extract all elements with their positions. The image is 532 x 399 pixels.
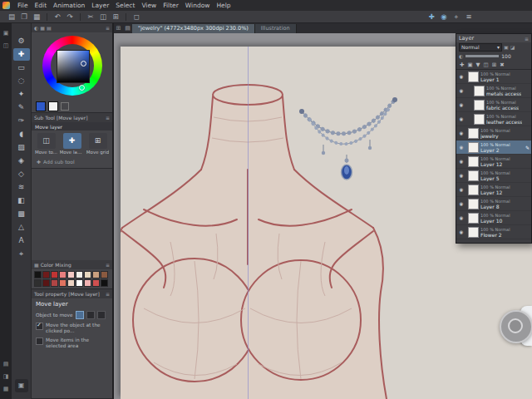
eye-icon[interactable]: ◉ bbox=[458, 74, 465, 79]
color-slider-tab-icon[interactable]: ▤ bbox=[47, 25, 52, 31]
layer-mask-icon[interactable]: ⊞ bbox=[492, 62, 496, 68]
open-icon[interactable]: ❐ bbox=[19, 12, 29, 22]
paste-icon[interactable]: ⊞ bbox=[111, 12, 121, 22]
layer-row[interactable]: ◉ 100 % Normal Layer 10 ✎ bbox=[456, 211, 531, 225]
color-swatch[interactable] bbox=[84, 279, 91, 287]
color-swatch[interactable] bbox=[67, 271, 75, 278]
lasso-tool[interactable]: ◌ bbox=[13, 75, 30, 87]
new-folder-icon[interactable]: ▣ bbox=[467, 62, 472, 68]
color-swatch[interactable] bbox=[42, 271, 50, 278]
menu-item[interactable]: File bbox=[14, 2, 32, 9]
document-tab[interactable]: "jewelry" (4772x3480px 300dpi 230.0%) bbox=[132, 24, 255, 33]
sub-tool-item[interactable]: ✚ Move layer bbox=[60, 133, 85, 155]
panel-menu-icon[interactable]: ≡ bbox=[106, 25, 110, 31]
object-option-1[interactable] bbox=[76, 311, 84, 319]
checkbox-row[interactable]: Move items in the selected area bbox=[32, 336, 112, 351]
blend-mode-select[interactable]: Normal ▾ bbox=[459, 43, 502, 52]
layer-row[interactable]: ◉ 100 % Normal Layer 8 ✎ bbox=[456, 197, 531, 211]
airbrush-tool[interactable]: ▨ bbox=[13, 141, 30, 154]
opacity-slider[interactable] bbox=[466, 55, 499, 57]
checkbox[interactable] bbox=[36, 337, 43, 345]
workspace-menu-icon[interactable]: ≡ bbox=[464, 12, 474, 22]
undo-icon[interactable]: ↶ bbox=[52, 12, 62, 22]
panel-menu-icon[interactable]: ≡ bbox=[525, 36, 529, 42]
dock-layer-icon[interactable]: ▦ bbox=[3, 384, 9, 394]
menu-item[interactable]: Help bbox=[213, 2, 234, 9]
deselect-icon[interactable]: ◻ bbox=[131, 12, 141, 22]
checkbox-row[interactable]: Move the object at the clicked po... bbox=[32, 321, 112, 336]
operation-tool[interactable]: ⚙ bbox=[13, 35, 30, 47]
main-color-swatch[interactable] bbox=[36, 101, 46, 111]
eye-icon[interactable]: ◉ bbox=[458, 88, 465, 93]
add-sub-tool-button[interactable]: ✚ Add sub tool bbox=[32, 155, 112, 168]
color-set-tab-icon[interactable]: ▦ bbox=[40, 25, 45, 31]
color-swatch[interactable] bbox=[42, 279, 50, 287]
eye-icon[interactable]: ◉ bbox=[458, 116, 465, 121]
layer-row[interactable]: ◉ 100 % Normal metals access ✎ bbox=[456, 84, 531, 98]
eye-icon[interactable]: ◉ bbox=[458, 187, 465, 192]
zoom-in-icon[interactable]: ✚ bbox=[426, 12, 436, 22]
color-swatch[interactable] bbox=[34, 279, 42, 287]
layer-row[interactable]: ◉ 100 % Normal fabric access ✎ bbox=[456, 98, 531, 112]
saturation-value-square[interactable] bbox=[57, 50, 90, 83]
transparent-color-swatch[interactable] bbox=[61, 102, 69, 111]
eye-icon[interactable]: ◉ bbox=[458, 215, 465, 220]
hue-marker[interactable] bbox=[79, 85, 85, 91]
layer-row[interactable]: ◉ 100 % Normal Layer 12 ✎ bbox=[456, 155, 531, 169]
move-layer-tool[interactable]: ✚ bbox=[13, 48, 30, 61]
layer-row[interactable]: ◉ 100 % Normal jewelry ✎ bbox=[456, 126, 531, 140]
sub-tool-item[interactable]: ⊞ Move grid bbox=[86, 133, 111, 155]
eye-icon[interactable]: ◉ bbox=[458, 145, 465, 150]
marquee-tool[interactable]: ▭ bbox=[13, 62, 30, 74]
menu-item[interactable]: Filter bbox=[160, 2, 182, 9]
transfer-down-icon[interactable]: ▼ bbox=[476, 62, 480, 68]
sub-color-swatch[interactable] bbox=[48, 101, 58, 111]
menu-item[interactable]: Edit bbox=[32, 2, 51, 9]
panel-menu-icon[interactable]: ≡ bbox=[106, 262, 110, 268]
color-swatch[interactable] bbox=[92, 271, 100, 278]
color-swatch[interactable] bbox=[92, 279, 100, 287]
pencil-tool[interactable]: ✑ bbox=[13, 115, 30, 127]
menu-item[interactable]: Layer bbox=[88, 2, 112, 9]
figure-tool[interactable]: △ bbox=[13, 221, 30, 234]
object-option-2[interactable] bbox=[86, 311, 95, 319]
tab-scroll-icon[interactable]: ▤ bbox=[123, 24, 132, 33]
magic-wand-tool[interactable]: ✦ bbox=[13, 88, 30, 101]
eye-icon[interactable]: ◉ bbox=[458, 131, 465, 135]
redo-icon[interactable]: ↷ bbox=[65, 12, 75, 22]
panel-menu-icon[interactable]: ≡ bbox=[106, 115, 110, 121]
companion-mode-button[interactable] bbox=[500, 310, 532, 343]
dock-material-icon[interactable]: ▤ bbox=[3, 359, 9, 369]
layer-row[interactable]: ◉ 100 % Normal Layer 12 ✎ bbox=[456, 183, 531, 197]
color-swatch[interactable] bbox=[101, 271, 108, 278]
eye-icon[interactable]: ◉ bbox=[458, 201, 465, 206]
snap-icon[interactable]: ⌖ bbox=[451, 12, 461, 22]
text-tool[interactable]: A bbox=[13, 234, 30, 247]
brush-tool[interactable]: ◖ bbox=[13, 128, 30, 140]
color-swatch[interactable] bbox=[51, 271, 58, 278]
dock-navigator-icon[interactable]: ◨ bbox=[3, 372, 9, 382]
dock-tool-icon[interactable]: ◫ bbox=[3, 41, 9, 51]
fill-tool[interactable]: ◧ bbox=[13, 195, 30, 207]
checkbox[interactable] bbox=[36, 323, 43, 330]
menu-item[interactable]: View bbox=[138, 2, 160, 9]
copy-icon[interactable]: ◫ bbox=[98, 12, 108, 22]
eye-icon[interactable]: ◉ bbox=[458, 102, 465, 107]
eye-icon[interactable]: ◉ bbox=[458, 229, 465, 234]
tab-list-icon[interactable]: ⊞ bbox=[114, 24, 123, 33]
color-swatch[interactable] bbox=[76, 279, 83, 287]
sv-marker[interactable] bbox=[81, 61, 86, 66]
blend-tool[interactable]: ≋ bbox=[13, 181, 30, 194]
save-icon[interactable]: ▦ bbox=[32, 12, 42, 22]
color-swatch[interactable] bbox=[59, 279, 66, 287]
menu-item[interactable]: Select bbox=[112, 2, 138, 9]
clip-layer-icon[interactable]: ◪ bbox=[510, 44, 515, 50]
gradient-tool[interactable]: ▩ bbox=[13, 208, 30, 220]
layer-row[interactable]: ◉ 100 % Normal leather access ✎ bbox=[456, 112, 531, 126]
layer-row[interactable]: ◉ 100 % Normal Layer 2 ✎ bbox=[456, 140, 531, 155]
eye-icon[interactable]: ◉ bbox=[458, 173, 465, 178]
menu-item[interactable]: Window bbox=[182, 2, 214, 9]
color-swatch[interactable] bbox=[67, 279, 75, 287]
eyedropper-icon[interactable]: ◉ bbox=[439, 12, 449, 22]
color-swatch[interactable] bbox=[34, 271, 42, 278]
